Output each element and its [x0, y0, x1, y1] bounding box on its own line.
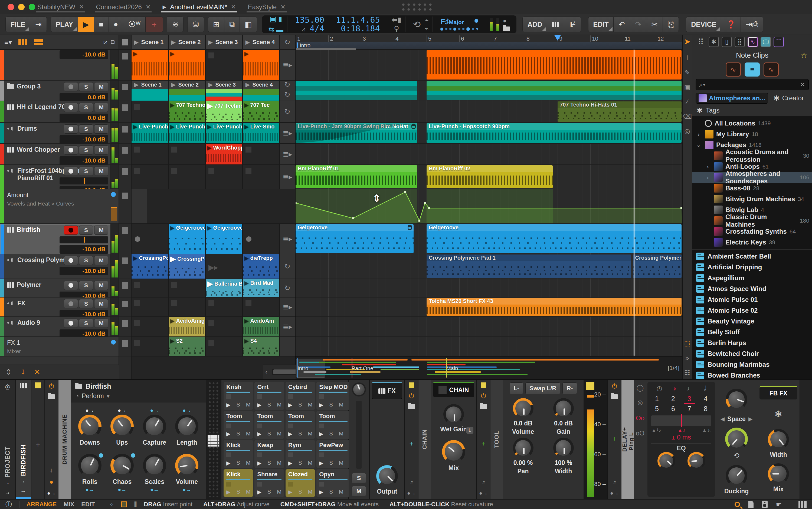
drum-pad-cybird[interactable]: Cybird▶SM	[286, 382, 315, 410]
clip-view-button[interactable]: ⧉	[224, 16, 240, 32]
volume-value[interactable]: 0.0 dB	[60, 93, 108, 102]
add-instrument-track-button[interactable]	[547, 16, 564, 32]
launcher-cell[interactable]	[131, 317, 168, 336]
pad-m-button[interactable]: M	[339, 402, 343, 408]
delay-division-1[interactable]: 1	[651, 395, 663, 404]
solo-button[interactable]: S	[79, 82, 93, 92]
launcher-cell[interactable]	[243, 224, 280, 254]
solo-button[interactable]: S	[79, 125, 93, 134]
timeline-ruler[interactable]: 123456789101112 Intro	[295, 35, 682, 50]
launcher-cell[interactable]	[131, 144, 168, 164]
pad-play-button[interactable]: ▶	[319, 489, 323, 495]
sublanes-icon[interactable]: ≣▸	[280, 144, 295, 164]
drum-pad-toom[interactable]: Toom▶SM	[254, 411, 284, 439]
tool-button-swaplr[interactable]: Swap L/R	[525, 382, 560, 394]
pad-play-button[interactable]: ▶	[257, 489, 261, 495]
sublanes-icon[interactable]: ≣▸	[280, 224, 295, 254]
drum-machine-label[interactable]: DRUM MACHINE	[59, 380, 71, 499]
expand-icon[interactable]: »	[685, 354, 689, 362]
volume-value[interactable]: 0.0 dB	[60, 113, 108, 122]
launcher-cell[interactable]	[243, 89, 280, 101]
loop-icon[interactable]: ⟲	[733, 451, 740, 460]
pad-s-button[interactable]: S	[298, 402, 302, 408]
tempo-signature[interactable]: 135.00 ⊿ 4/4	[291, 16, 328, 32]
launcher-cell[interactable]	[206, 165, 243, 189]
grid-settings-icon[interactable]: ☷	[684, 369, 690, 376]
snap-icon[interactable]: ⬚	[684, 340, 690, 347]
arranger-clip-707-techno-hi-hats-01[interactable]: 707 Techno Hi-Hats 01	[558, 101, 681, 122]
solo-button[interactable]: S	[79, 256, 93, 265]
eraser-tool-icon[interactable]: ⌫	[683, 113, 692, 121]
tree-item-bitwig-drum-machines[interactable]: Bitwig Drum Machines34	[692, 194, 812, 204]
launcher-cell[interactable]: ▶	[168, 50, 206, 80]
knob-chaos[interactable]: Chaos●→	[111, 454, 134, 493]
arranger-track-lane-track0[interactable]	[295, 50, 682, 80]
knob-volume[interactable]: Volume●→	[175, 454, 198, 493]
launcher-cell[interactable]	[168, 165, 206, 189]
tree-item-classic-drum-machines[interactable]: Classic Drum Machines180	[692, 215, 812, 226]
automation-fader[interactable]	[111, 207, 117, 221]
favorite-star-icon[interactable]: ☆	[800, 50, 808, 60]
device-menu-button[interactable]: DEVICE	[686, 16, 721, 32]
pad-s-button[interactable]: S	[268, 489, 271, 495]
pad-m-button[interactable]: M	[277, 431, 281, 437]
pad-play-button[interactable]: ▶	[319, 431, 323, 437]
minimize-window-icon[interactable]	[18, 4, 25, 10]
filter-note-clips-button[interactable]: ≡	[745, 63, 760, 76]
launcher-cell[interactable]	[168, 298, 206, 316]
record-arm-button[interactable]	[64, 281, 78, 290]
arranger-clip-bm-pianoriff-01[interactable]: Bm PianoRiff 01	[295, 165, 417, 188]
pad-m-button[interactable]: M	[308, 431, 313, 437]
device-preset[interactable]: Perform	[82, 393, 104, 400]
browser-all-icon[interactable]: ✱	[709, 37, 719, 47]
automation-lane-dot[interactable]	[111, 192, 116, 197]
knife-tool-icon[interactable]: ∕	[687, 98, 688, 106]
close-tab-icon[interactable]: ✕	[231, 3, 236, 10]
pan-slider[interactable]	[60, 177, 108, 184]
record-arm-button[interactable]	[64, 256, 78, 265]
play-button[interactable]: ▶	[78, 16, 94, 32]
group-scene-header-2[interactable]: ▶Scene 2	[168, 80, 206, 89]
launcher-cell[interactable]: ▶WordChopper	[206, 144, 243, 164]
pad-s-button[interactable]: S	[236, 431, 240, 437]
pad-m-button[interactable]: M	[246, 489, 251, 495]
arranger-track-lane-word-chopper[interactable]	[295, 144, 682, 165]
knob-ducking[interactable]: Ducking	[724, 465, 749, 495]
knob-ups[interactable]: ●→Ups	[111, 407, 134, 446]
track-header-firstfrost-104bpm-bm[interactable]: FirstFrost 104bpm BmPianoRiff 01SM-10.0 …	[0, 165, 119, 189]
record-arm-button[interactable]	[64, 82, 78, 92]
pad-play-button[interactable]: ▶	[288, 460, 292, 466]
launcher-cell[interactable]	[131, 89, 168, 101]
pad-s-button[interactable]: S	[236, 460, 240, 466]
launcher-cell[interactable]: ▶AcidoAmig	[168, 317, 206, 336]
result-artificial-dripping[interactable]: Artificial Dripping	[692, 262, 812, 273]
launcher-cell[interactable]: ▶CrossingPoly2	[168, 254, 206, 279]
drum-pad-clozed[interactable]: Clozed▶SM	[286, 469, 315, 497]
redo-button[interactable]: ↷	[630, 16, 646, 32]
pad-s-button[interactable]: S	[298, 431, 302, 437]
drum-pad-rym[interactable]: Rym▶SM	[286, 440, 315, 468]
pad-s-button[interactable]: S	[268, 402, 271, 408]
knob-output[interactable]: Output	[376, 465, 398, 495]
launcher-cell[interactable]: ▶707 Techno02	[206, 101, 243, 122]
group-insert-scene-icon[interactable]: ↻	[280, 80, 295, 89]
track-stop-button[interactable]	[122, 147, 128, 154]
pad-play-button[interactable]: ▶	[319, 402, 323, 408]
clear-icon[interactable]: ✕	[34, 368, 40, 376]
browser-samples-icon[interactable]: 🖵	[760, 37, 771, 47]
layers-button[interactable]: ≋	[167, 16, 184, 32]
filter-audio-clips-button[interactable]: ∿	[726, 63, 741, 76]
record-arm-button[interactable]	[64, 226, 78, 235]
launcher-cell[interactable]: ▶CrossingPoly1	[131, 254, 168, 279]
launcher-cell[interactable]	[206, 298, 243, 316]
page-status-icon[interactable]	[748, 501, 753, 508]
tab-project[interactable]: ♔PROJECT ◔⭢	[0, 380, 16, 499]
result-atomic-pulse-01[interactable]: Atomic Pulse 01	[692, 294, 812, 305]
pad-mute-button[interactable]: M	[352, 486, 366, 496]
chain-label[interactable]: CHAIN	[418, 380, 431, 499]
freeze-icon[interactable]: ❄	[775, 409, 782, 419]
arranger-clip-crossing-polymeric-pad-1[interactable]: Crossing Polymeric Pad 1	[633, 254, 681, 278]
track-stop-button[interactable]	[122, 301, 128, 307]
pen-tool-icon[interactable]: ✎	[685, 69, 690, 76]
add-audio-track-button[interactable]: ⊮	[564, 16, 581, 32]
